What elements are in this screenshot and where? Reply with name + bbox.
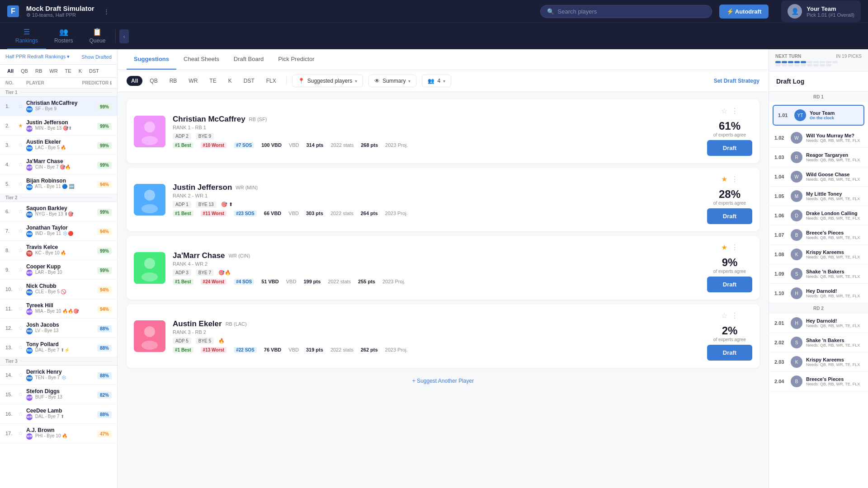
pill-flx[interactable]: FLX	[262, 76, 281, 86]
star-icon[interactable]: ☆	[18, 286, 26, 292]
star-action-icon[interactable]: ★	[721, 175, 727, 183]
star-icon[interactable]: ☆	[18, 430, 26, 436]
pill-rb[interactable]: RB	[165, 76, 182, 86]
draft-log-item[interactable]: 1.09 S Shake 'n Bakers Needs: QB, RB, WR…	[769, 264, 868, 284]
draft-log-item[interactable]: 1.02 W Will You Murray Me? Needs: QB, RB…	[769, 128, 868, 148]
tab-pick-predictor[interactable]: Pick Predictor	[271, 49, 321, 70]
list-item[interactable]: 17. ☆ A.J. Brown WR PHI - Bye 10 🔥 47%	[0, 424, 117, 443]
nav-tab-rosters[interactable]: 👥 Rosters	[46, 23, 81, 49]
pill-te[interactable]: TE	[205, 76, 221, 86]
list-item[interactable]: 13. ☆ Tony Pollard RB DAL - Bye 7 ⬆⚡ 88%	[0, 338, 117, 357]
pos-filter-k[interactable]: K	[77, 67, 84, 75]
star-icon[interactable]: ☆	[18, 305, 26, 312]
draft-button-chase[interactable]: Draft	[707, 277, 752, 292]
pos-filter-dst[interactable]: DST	[87, 67, 101, 75]
list-item[interactable]: 11. ☆ Tyreek Hill WR MIA - Bye 10 🔥🔥🎯 94…	[0, 299, 117, 319]
more-action-icon[interactable]: ⋮	[731, 107, 738, 115]
predictor-badge: 82%	[85, 391, 112, 398]
draft-log-item[interactable]: 1.05 M My Little Toney Needs: QB, RB, WR…	[769, 187, 868, 206]
star-action-icon[interactable]: ☆	[721, 107, 727, 115]
draft-log-item[interactable]: 1.03 R Reagor Targaryen Needs: QB, RB, W…	[769, 148, 868, 167]
adp-badge: ADP 2	[173, 133, 191, 140]
pill-k[interactable]: K	[224, 76, 236, 86]
players-filter-dropdown[interactable]: 📍 Suggested players ▾	[292, 75, 363, 87]
list-item[interactable]: 9. ☆ Cooper Kupp WR LAR - Bye 10 99%	[0, 260, 117, 280]
pill-qb[interactable]: QB	[145, 76, 162, 86]
star-icon[interactable]: ☆	[18, 161, 26, 168]
draft-log-item[interactable]: 2.04 B Breece's Pieces Needs: QB, RB, WR…	[769, 372, 868, 391]
more-action-icon[interactable]: ⋮	[731, 243, 738, 252]
star-icon[interactable]: ☆	[18, 181, 26, 187]
draft-button-jefferson[interactable]: Draft	[707, 208, 752, 224]
list-item[interactable]: 2. ★ Justin Jefferson WR MIN - Bye 13 🎯⬆…	[0, 116, 117, 136]
search-input[interactable]	[558, 8, 705, 15]
draft-button-mccaffrey[interactable]: Draft	[707, 140, 752, 156]
list-item[interactable]: 10. ☆ Nick Chubb RB CLE - Bye 5 🚫 94%	[0, 280, 117, 299]
draft-button-ekeler[interactable]: Draft	[707, 345, 752, 361]
row-number: 6.	[5, 209, 18, 214]
draft-log-item[interactable]: 2.02 S Shake 'n Bakers Needs: QB, RB, WR…	[769, 333, 868, 352]
tab-suggestions[interactable]: Suggestions	[127, 49, 176, 70]
star-action-icon[interactable]: ★	[721, 243, 727, 252]
teams-filter-dropdown[interactable]: 👥 4 ▾	[422, 75, 451, 87]
list-item[interactable]: 5. ☆ Bijan Robinson RB ATL - Bye 11 🔵 🆕 …	[0, 174, 117, 194]
draft-log-item[interactable]: 1.10 H Hey Darnold! Needs: QB, RB, WR, T…	[769, 284, 868, 303]
tab-draft-board[interactable]: Draft Board	[226, 49, 271, 70]
draft-log-item[interactable]: 2.03 K Krispy Kareems Needs: QB, RB, WR,…	[769, 352, 868, 372]
bye-badge: BYE 7	[196, 269, 214, 276]
pill-all[interactable]: All	[127, 76, 142, 86]
star-icon[interactable]: ☆	[18, 372, 26, 378]
draft-log-item[interactable]: 2.01 H Hey Darnold! Needs: QB, RB, WR, T…	[769, 314, 868, 333]
list-item[interactable]: 3. ☆ Austin Ekeler RB LAC - Bye 5 🔥 99%	[0, 136, 117, 155]
list-item[interactable]: 16. ☆ CeeDee Lamb WR DAL - Bye 7 ⬆ 88%	[0, 404, 117, 424]
star-icon[interactable]: ★	[18, 122, 26, 129]
star-icon[interactable]: ☆	[18, 267, 26, 273]
your-team-pick-item[interactable]: 1.01 YT Your Team On the clock	[773, 105, 864, 126]
set-draft-strategy-link[interactable]: Set Draft Strategy	[714, 78, 760, 84]
player-detail: WR MIN - Bye 13 🎯⬆	[26, 126, 85, 132]
nav-collapse-button[interactable]: ‹	[119, 29, 128, 43]
star-icon[interactable]: ☆	[18, 325, 26, 331]
pick-on-clock: On the clock	[810, 116, 835, 120]
pos-filter-qb[interactable]: QB	[19, 67, 30, 75]
rankings-select-dropdown[interactable]: Half PPR Redraft Rankings ▾	[5, 54, 70, 60]
list-item[interactable]: 1. ☆ Christian McCaffrey RB SF - Bye 9 9…	[0, 97, 117, 116]
nav-tab-rankings[interactable]: ☰ Rankings	[7, 23, 46, 49]
pill-wr[interactable]: WR	[184, 76, 202, 86]
menu-dots-icon[interactable]: ⋮	[104, 8, 109, 15]
star-icon[interactable]: ☆	[18, 391, 26, 398]
list-item[interactable]: 15. ☆ Stefon Diggs WR BUF - Bye 13 82%	[0, 385, 117, 404]
star-icon[interactable]: ☆	[18, 411, 26, 417]
pos-filter-te[interactable]: TE	[63, 67, 73, 75]
autodraft-button[interactable]: ⚡ Autodraft	[719, 5, 769, 19]
list-item[interactable]: 4. ☆ Ja'Marr Chase WR CIN - Bye 7 🎯🔥 99%	[0, 155, 117, 174]
more-action-icon[interactable]: ⋮	[731, 175, 738, 183]
star-icon[interactable]: ☆	[18, 142, 26, 148]
list-item[interactable]: 14. ☆ Derrick Henry RB TEN - Bye 7 ❄️ 88…	[0, 366, 117, 385]
draft-log-item[interactable]: 1.06 D Drake London Calling Needs: QB, R…	[769, 206, 868, 225]
draft-log-item[interactable]: 1.07 B Breece's Pieces Needs: QB, RB, WR…	[769, 225, 868, 245]
star-icon[interactable]: ☆	[18, 247, 26, 253]
pos-filter-all[interactable]: All	[5, 67, 15, 75]
pos-filter-wr[interactable]: WR	[47, 67, 59, 75]
suggest-another-link[interactable]: + Suggest Another Player	[127, 372, 760, 389]
star-icon[interactable]: ☆	[18, 228, 26, 234]
list-item[interactable]: 12. ☆ Josh Jacobs RB LV - Bye 13 88%	[0, 319, 117, 338]
star-icon[interactable]: ☆	[18, 103, 26, 109]
star-icon[interactable]: ☆	[18, 208, 26, 215]
tab-cheat-sheets[interactable]: Cheat Sheets	[176, 49, 226, 70]
star-icon[interactable]: ☆	[18, 344, 26, 351]
draft-log-item[interactable]: 1.04 W Wild Goose Chase Needs: QB, RB, W…	[769, 167, 868, 187]
list-item[interactable]: 6. ☆ Saquon Barkley RB NYG - Bye 13 ⬆🎯 9…	[0, 202, 117, 221]
list-item[interactable]: 8. ☆ Travis Kelce TE KC - Bye 10 🔥 99%	[0, 241, 117, 260]
star-action-icon[interactable]: ☆	[721, 311, 727, 320]
draft-log-item[interactable]: 1.08 K Krispy Kareems Needs: QB, RB, WR,…	[769, 245, 868, 264]
nav-tab-queue[interactable]: 📋 Queue	[81, 23, 113, 49]
view-filter-dropdown[interactable]: 👁 Summary ▾	[368, 75, 416, 87]
pos-filter-rb[interactable]: RB	[33, 67, 44, 75]
show-drafted-button[interactable]: Show Drafted	[81, 54, 112, 60]
pill-dst[interactable]: DST	[239, 76, 259, 86]
round-label-2: RD 2	[769, 303, 868, 314]
more-action-icon[interactable]: ⋮	[731, 311, 738, 320]
list-item[interactable]: 7. ☆ Jonathan Taylor RB IND - Bye 11 ❄️🔴…	[0, 221, 117, 241]
